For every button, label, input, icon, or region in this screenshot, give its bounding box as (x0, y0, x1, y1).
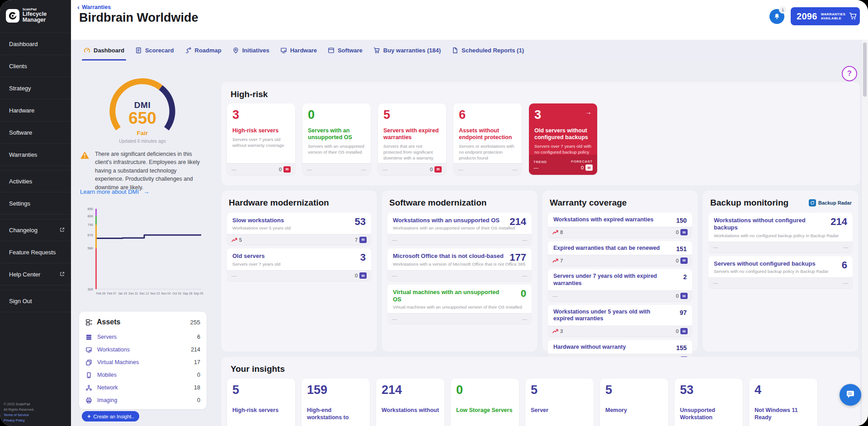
high-risk-card[interactable]: 5 Servers with expired warranties Server… (378, 103, 446, 175)
asset-row[interactable]: Servers 6 (79, 331, 207, 343)
tab[interactable]: Initiatives (232, 40, 269, 61)
terms-link[interactable]: Terms of Service (4, 412, 34, 418)
sidebar-item[interactable]: Clients (0, 55, 71, 77)
metric-row[interactable]: Servers without configured backups Serve… (708, 256, 853, 288)
high-risk-card[interactable]: 6 Assets without endpoint protection Ser… (453, 103, 522, 175)
tab[interactable]: Scorecard (135, 40, 174, 61)
dmi-rating: Fair (104, 130, 181, 136)
metric-row[interactable]: Old servers Servers over 7 years old 3 —… (227, 248, 371, 281)
tab[interactable]: Hardware (280, 40, 317, 61)
insight-card[interactable]: 5 Server (525, 379, 594, 426)
warranty-coverage-section: Warranty coverage Workstations with expi… (542, 191, 698, 351)
sidebar-item[interactable]: Settings (0, 192, 71, 215)
metric-row[interactable]: Workstations without configured backups … (708, 213, 853, 253)
learn-more-link[interactable]: Learn more about DMI → (80, 188, 149, 195)
trend-up-icon (552, 329, 558, 333)
forecast-value: 0 (355, 273, 358, 278)
tab[interactable]: Buy warranties (184) (373, 40, 441, 61)
tab[interactable]: Dashboard (84, 40, 124, 61)
insight-card[interactable]: 53 Unsupported Workstation (675, 379, 743, 426)
help-button[interactable]: ? (842, 66, 857, 81)
scrollbar-thumb[interactable] (863, 42, 867, 97)
insight-card[interactable]: 214 Workstations without (376, 379, 444, 426)
metric-row[interactable]: Servers under 7 years old with expired w… (548, 269, 692, 301)
metric-title: Virtual machines with an unsupported OS (393, 289, 507, 304)
tab[interactable]: Roadmap (185, 40, 222, 61)
metric-row[interactable]: Expired warranties that can be renewed 1… (548, 241, 692, 266)
privacy-link[interactable]: Privacy Policy (4, 418, 34, 423)
assets-icon (85, 318, 93, 326)
card-footer: TREND — FORECAST 0 90 (529, 155, 597, 175)
sidebar-item[interactable]: Feature Requests (0, 241, 71, 263)
asset-row[interactable]: Virtual Machines 17 (79, 356, 207, 369)
asset-row[interactable]: Network 18 (79, 381, 207, 394)
sidebar-item[interactable]: Sign Out (0, 290, 71, 312)
sidebar-item[interactable]: Strategy (0, 77, 71, 99)
metric-value: 214 (509, 217, 526, 227)
asset-row[interactable]: Imaging 0 (79, 394, 207, 407)
insight-label: Memory (605, 407, 663, 414)
trend-up-icon (231, 238, 237, 242)
insight-card[interactable]: 4 Not Windows 11 Ready (749, 379, 817, 426)
metric-footer: — — (387, 234, 532, 245)
sidebar-item-label: Clients (9, 63, 27, 70)
sidebar-item[interactable]: Software (0, 122, 71, 144)
metric-row[interactable]: Microsoft Office that is not cloud-based… (387, 248, 532, 281)
sidebar-item[interactable]: Dashboard (0, 33, 71, 55)
section-title: Hardware modernization (229, 198, 329, 208)
metric-value: 150 (676, 217, 687, 224)
card-title: Assets without endpoint protection (459, 127, 516, 141)
logo-product: Lifecycle Manager (23, 11, 71, 24)
chat-bubble-icon (845, 389, 855, 401)
sidebar-item[interactable]: Activities (0, 170, 71, 192)
sidebar-item[interactable]: Warranties (0, 144, 71, 166)
dmi-warning: There are significant deficiencies in th… (80, 150, 203, 192)
asset-row[interactable]: Mobiles 0 (79, 369, 207, 381)
trend-value: — (307, 167, 312, 172)
tab-label: Scheduled Reports (1) (462, 47, 524, 54)
forecast-90-calendar-icon: 90 (434, 166, 442, 173)
sidebar-item[interactable]: Help Center (0, 263, 71, 286)
chat-button[interactable] (840, 384, 861, 406)
metric-footer: — 090 (227, 270, 371, 281)
breadcrumb[interactable]: ‹ Warranties (77, 4, 111, 10)
insight-card[interactable]: 5 Memory (600, 379, 668, 426)
tab[interactable]: Software (328, 40, 363, 61)
asset-count: 18 (194, 384, 200, 391)
sidebar-item[interactable]: Changelog (0, 219, 71, 241)
trend-value: — (392, 316, 397, 322)
warranties-available-button[interactable]: 2096 WARRANTIES AVAILABLE (791, 7, 860, 25)
insight-card[interactable]: 5 High-risk servers (227, 379, 295, 426)
tab-label: Software (338, 47, 363, 54)
metric-row[interactable]: Workstations under 5 years old with expi… (548, 305, 692, 337)
card-value: 3 (232, 109, 290, 121)
tab[interactable]: Scheduled Reports (1) (452, 40, 524, 61)
arrow-right-icon: → (585, 108, 592, 116)
metric-row[interactable]: Workstations with expired warranties 150… (548, 213, 692, 238)
metric-row[interactable]: Virtual machines with an unsupported OS … (387, 285, 532, 324)
metric-row[interactable]: Workstations with an unsupported OS Work… (387, 213, 532, 245)
report-icon (452, 47, 458, 54)
asset-row[interactable]: Workstations 214 (79, 343, 207, 356)
high-risk-card[interactable]: 3 → Old servers without configured backu… (529, 103, 597, 175)
card-description: Servers or workstations with no endpoint… (459, 143, 516, 161)
section-title: Backup monitoring (710, 198, 788, 208)
metric-row[interactable]: Slow workstations Workstations over 5 ye… (227, 213, 371, 245)
insight-card[interactable]: 0 Low Storage Servers (451, 379, 519, 426)
trend-value: — (713, 280, 718, 286)
asset-label: Virtual Machines (97, 359, 189, 365)
trend-value: — (231, 273, 236, 278)
insight-cards: 5 High-risk servers 159 High-end worksta… (227, 379, 817, 426)
high-risk-section: High-risk 3 High-risk servers Servers ov… (222, 82, 860, 185)
metric-value: 214 (830, 217, 847, 227)
high-risk-card[interactable]: 0 Servers with an unsupported OS Servers… (302, 103, 371, 175)
svg-text:Dec 12: Dec 12 (140, 292, 149, 295)
assets-header: Assets 255 (79, 316, 207, 331)
page-title: Birdbrain Worldwide (79, 11, 198, 25)
sidebar-item[interactable]: Hardware (0, 99, 71, 122)
high-risk-card[interactable]: 3 High-risk servers Servers over 7 years… (227, 103, 295, 175)
insight-card[interactable]: 159 High-end workstations to (302, 379, 370, 426)
notifications-button[interactable]: 1 (769, 9, 784, 24)
metric-description: Workstations over 5 years old (232, 225, 366, 230)
create-insight-button[interactable]: + Create an Insight.. (82, 411, 139, 421)
